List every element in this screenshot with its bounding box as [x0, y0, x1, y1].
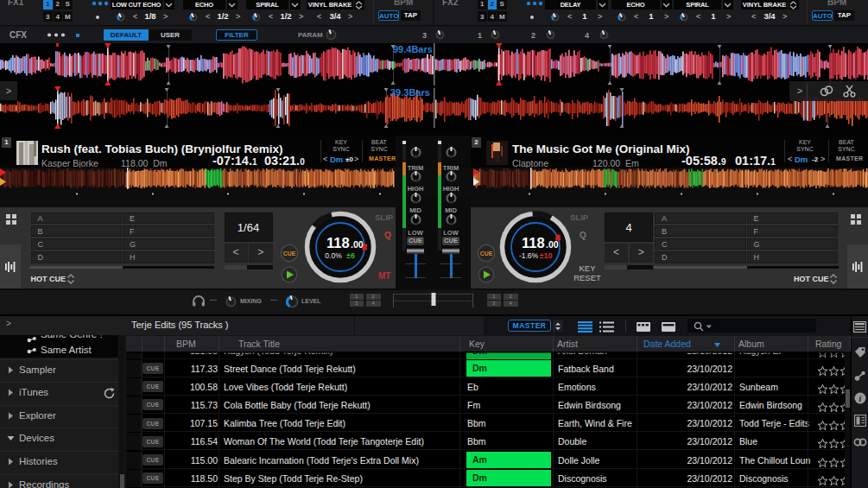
svg-text:CUE: CUE — [283, 250, 296, 257]
svg-text:±6: ±6 — [346, 251, 355, 260]
svg-text:118: 118 — [326, 235, 350, 250]
svg-text:0.0%: 0.0% — [325, 251, 342, 260]
svg-text:i: i — [859, 394, 862, 403]
svg-text:118: 118 — [522, 235, 545, 250]
svg-text:.00: .00 — [546, 239, 559, 250]
svg-text:.00: .00 — [351, 239, 364, 250]
svg-text:-1.6%: -1.6% — [519, 251, 539, 260]
svg-text:±10: ±10 — [540, 251, 553, 260]
svg-text:CUE: CUE — [480, 250, 493, 257]
